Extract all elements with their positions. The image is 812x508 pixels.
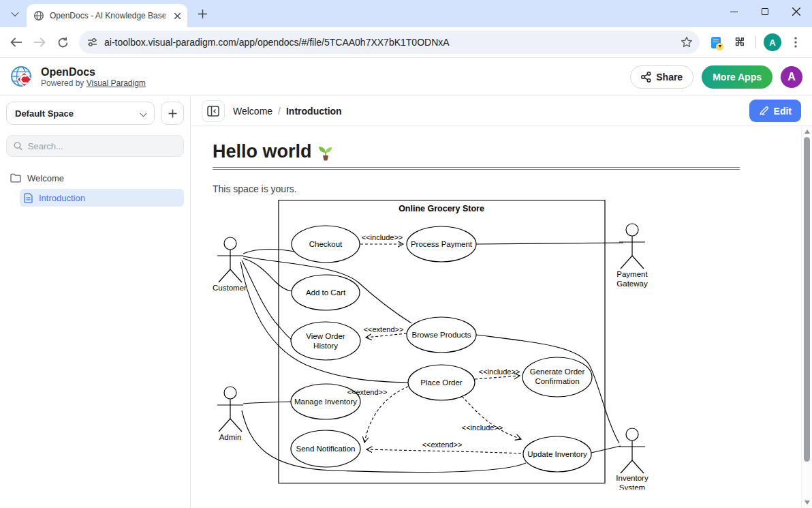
scrollbar-down-arrow[interactable] [805,500,810,505]
edit-button[interactable]: Edit [749,100,801,122]
close-button[interactable] [781,0,812,23]
browser-profile-avatar[interactable]: A [762,31,783,53]
sidebar: Default Space Welcome Introduction [0,96,191,508]
url-text[interactable]: ai-toolbox.visual-paradigm.com/app/opend… [104,37,681,48]
forward-icon [33,38,46,47]
bookmark-star-icon[interactable] [681,36,693,48]
stereotype-include: <<include>> [479,368,520,376]
chevron-down-icon [140,110,147,117]
body-text: This space is yours. [213,183,771,194]
powered-by: Powered by Visual Paradigm [41,78,146,88]
browser-menu-kebab-icon[interactable] [785,31,807,53]
share-button[interactable]: Share [630,65,693,89]
browser-extension-area: A [705,31,807,53]
document-scroll-area: Hello world This space is yours. [191,126,812,508]
search-input[interactable] [28,141,176,151]
actor-label: Inventory [616,474,649,482]
new-tab-button[interactable] [193,4,212,23]
visual-paradigm-link[interactable]: Visual Paradigm [87,78,146,88]
system-title: Online Grocery Store [399,204,484,213]
add-space-button[interactable] [161,102,184,125]
scrollbar-up-arrow[interactable] [805,130,810,134]
usecase-label: Manage Inventory [294,398,357,406]
minimize-icon [730,12,738,12]
breadcrumb-bar: Welcome / Introduction Edit [191,96,812,126]
tree-item-label: Introduction [39,193,85,203]
site-info-icon[interactable] [87,38,97,47]
browser-tab[interactable]: OpenDocs - AI Knowledge Base [27,4,187,27]
back-icon [10,38,22,47]
heading-divider [213,167,740,170]
use-case-diagram: Online Grocery Store [210,200,771,492]
usecase-label: Send Notification [296,445,356,453]
back-button[interactable] [5,31,27,53]
app-header: OpenDocs Powered by Visual Paradigm Shar… [0,58,812,96]
actor-label: Payment [616,270,648,278]
breadcrumb-parent[interactable]: Welcome [233,106,272,117]
usecase-label: Add to Cart [306,288,346,297]
stereotype-extend: <<extend>> [364,325,404,333]
extensions-puzzle-icon[interactable] [728,31,750,53]
maximize-button[interactable] [749,0,781,23]
stereotype-extend: <<extend>> [347,388,388,396]
usecase-label: Confirmation [535,377,579,385]
opendocs-logo-icon [10,65,34,89]
brand: OpenDocs Powered by Visual Paradigm [10,65,146,89]
sidebar-item-introduction[interactable]: Introduction [20,189,184,207]
page-title: Hello world [213,141,771,162]
browser-navbar: ai-toolbox.visual-paradigm.com/app/opend… [0,27,812,58]
chevron-down-icon [11,9,18,16]
url-bar[interactable]: ai-toolbox.visual-paradigm.com/app/opend… [79,31,700,54]
app-name: OpenDocs [41,66,146,78]
forward-button[interactable] [29,31,50,53]
more-apps-button[interactable]: More Apps [702,65,772,89]
breadcrumb: Welcome / Introduction [233,106,342,117]
scrollbar-thumb[interactable] [804,137,810,462]
usecase-label: Process Payment [411,240,473,248]
usecase-label: Place Order [420,378,463,387]
document: Hello world This space is yours. [191,126,812,492]
plus-icon [168,109,177,118]
actor-label: System [619,483,645,490]
usecase-label: History [313,342,338,350]
usecase-label: Checkout [309,240,343,248]
panel-toggle-icon [207,106,219,117]
browser-titlebar: OpenDocs - AI Knowledge Base [0,0,812,27]
breadcrumb-current: Introduction [286,106,342,117]
sidebar-item-welcome[interactable]: Welcome [6,169,184,187]
usecase-label: Generate Order [530,368,585,376]
seedling-emoji [317,143,334,161]
tab-search-button[interactable] [5,4,25,23]
window-controls [718,0,812,23]
actor-label: Admin [219,433,242,441]
actor-customer[interactable] [217,237,243,282]
actor-admin[interactable] [217,387,243,432]
close-icon [792,8,800,16]
usecase-view-order-history[interactable] [291,322,360,360]
stereotype-include: <<include>> [362,233,403,241]
space-selector-dropdown[interactable]: Default Space [6,102,155,125]
search-box[interactable] [6,135,184,157]
usecase-label: Browse Products [412,331,471,339]
actor-payment-gateway[interactable] [619,224,645,269]
search-icon [14,141,22,151]
account-avatar[interactable]: A [781,66,802,88]
folder-icon [10,173,21,183]
actor-label: Gateway [616,280,648,288]
reload-icon [57,37,69,48]
globe-favicon-icon [33,10,44,21]
usecase-label: View Order [306,332,345,340]
sidebar-toggle-button[interactable] [202,100,225,122]
tab-close-icon[interactable] [171,10,183,22]
scrollbar[interactable] [801,126,812,508]
actor-label: Customer [213,284,247,292]
maximize-icon [762,8,768,15]
stereotype-include: <<include>> [462,423,503,432]
minimize-button[interactable] [718,0,749,23]
tab-title: OpenDocs - AI Knowledge Base [50,11,166,20]
stereotype-extend: <<extend>> [422,440,463,449]
reload-button[interactable] [52,31,74,53]
docs-offline-extension-icon[interactable] [705,31,727,53]
document-icon [24,193,33,203]
actor-inventory-system[interactable] [619,428,645,473]
